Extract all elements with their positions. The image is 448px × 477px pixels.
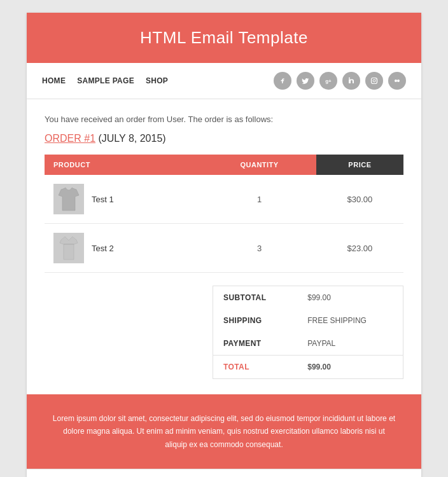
col-product: PRODUCT bbox=[45, 155, 202, 175]
footer-text: Lorem ipsum dolor sit amet, consectetur … bbox=[52, 412, 396, 451]
nav-twitter-icon[interactable] bbox=[297, 72, 314, 90]
product-image-2 bbox=[53, 233, 84, 263]
col-price: PRICE bbox=[316, 155, 403, 175]
shipping-label: SHIPPING bbox=[213, 309, 298, 332]
summary-shipping-row: SHIPPING FREE SHIPPING bbox=[213, 309, 403, 332]
order-date: (JULY 8, 2015) bbox=[98, 133, 165, 144]
svg-point-3 bbox=[395, 80, 397, 82]
nav-links: HOME SAMPLE PAGE SHOP bbox=[42, 76, 168, 85]
subtotal-label: SUBTOTAL bbox=[213, 286, 298, 310]
email-header: HTML Email Template bbox=[27, 13, 421, 63]
nav-linkedin-icon[interactable] bbox=[342, 72, 360, 90]
email-body: You have received an order from User. Th… bbox=[27, 99, 421, 394]
product-qty-1: 1 bbox=[202, 175, 316, 224]
nav-link-sample[interactable]: SAMPLE PAGE bbox=[77, 76, 134, 85]
order-title: ORDER #1 (JULY 8, 2015) bbox=[45, 133, 403, 144]
summary-subtotal-row: SUBTOTAL $99.00 bbox=[213, 286, 403, 310]
nav-googleplus-icon[interactable]: g+ bbox=[319, 72, 337, 90]
product-cell-2: Test 2 bbox=[45, 224, 202, 273]
footer-white: g+ bbox=[27, 469, 421, 477]
intro-text: You have received an order from User. Th… bbox=[45, 114, 403, 124]
table-row: Test 2 3 $23.00 bbox=[45, 224, 403, 273]
nav-facebook-icon[interactable] bbox=[274, 72, 291, 90]
nav-link-shop[interactable]: SHOP bbox=[146, 76, 168, 85]
nav-social-icons: g+ bbox=[274, 72, 406, 90]
product-name-1: Test 1 bbox=[92, 195, 114, 204]
svg-point-1 bbox=[373, 80, 375, 82]
product-cell-1: Test 1 bbox=[45, 175, 202, 224]
product-qty-2: 3 bbox=[202, 224, 316, 273]
summary-total-row: TOTAL $99.00 bbox=[213, 356, 403, 379]
svg-point-4 bbox=[397, 80, 400, 82]
nav-link-home[interactable]: HOME bbox=[42, 76, 66, 85]
email-wrapper: HTML Email Template HOME SAMPLE PAGE SHO… bbox=[27, 13, 421, 477]
summary-payment-row: PAYMENT PAYPAL bbox=[213, 332, 403, 356]
nav-instagram-icon[interactable] bbox=[365, 72, 383, 90]
total-value: $99.00 bbox=[297, 356, 403, 379]
shipping-value: FREE SHIPPING bbox=[297, 309, 403, 332]
email-nav: HOME SAMPLE PAGE SHOP g+ bbox=[27, 63, 421, 99]
col-quantity: QUANTITY bbox=[202, 155, 316, 175]
product-name-2: Test 2 bbox=[92, 244, 114, 253]
summary-wrapper: SUBTOTAL $99.00 SHIPPING FREE SHIPPING P… bbox=[45, 286, 403, 379]
product-price-1: $30.00 bbox=[316, 175, 403, 224]
table-row: Test 1 1 $30.00 bbox=[45, 175, 403, 224]
subtotal-value: $99.00 bbox=[297, 286, 403, 310]
email-title: HTML Email Template bbox=[39, 28, 409, 48]
summary-table: SUBTOTAL $99.00 SHIPPING FREE SHIPPING P… bbox=[213, 286, 403, 379]
total-label: TOTAL bbox=[213, 356, 298, 379]
payment-value: PAYPAL bbox=[297, 332, 403, 356]
product-price-2: $23.00 bbox=[316, 224, 403, 273]
order-table: PRODUCT QUANTITY PRICE Test bbox=[45, 155, 403, 273]
order-link[interactable]: ORDER #1 bbox=[45, 133, 95, 144]
payment-label: PAYMENT bbox=[213, 332, 298, 356]
product-image-1 bbox=[53, 184, 84, 214]
footer-red: Lorem ipsum dolor sit amet, consectetur … bbox=[27, 394, 421, 469]
nav-flickr-icon[interactable] bbox=[388, 72, 406, 90]
svg-point-2 bbox=[375, 78, 376, 79]
